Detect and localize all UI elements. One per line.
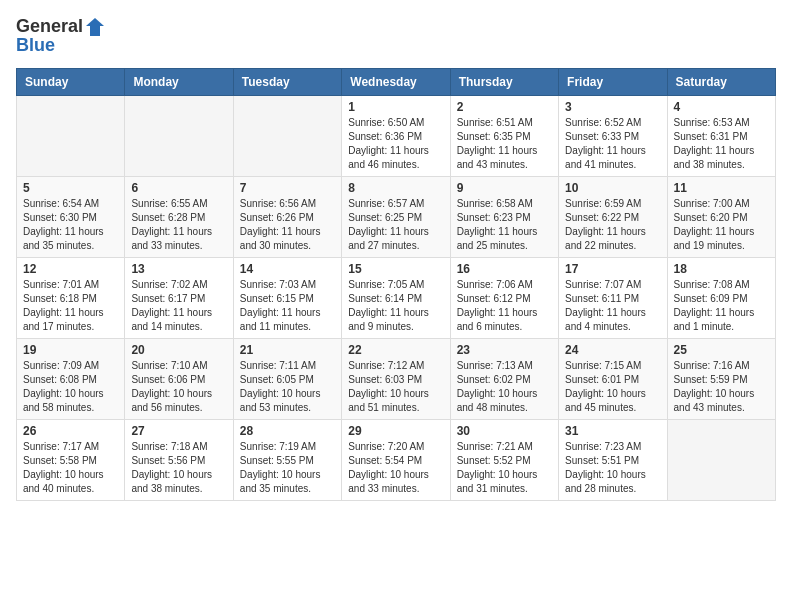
day-number: 16	[457, 262, 552, 276]
day-number: 13	[131, 262, 226, 276]
calendar-cell: 16Sunrise: 7:06 AM Sunset: 6:12 PM Dayli…	[450, 258, 558, 339]
calendar-cell: 9Sunrise: 6:58 AM Sunset: 6:23 PM Daylig…	[450, 177, 558, 258]
calendar-cell: 14Sunrise: 7:03 AM Sunset: 6:15 PM Dayli…	[233, 258, 341, 339]
calendar-cell: 4Sunrise: 6:53 AM Sunset: 6:31 PM Daylig…	[667, 96, 775, 177]
calendar-cell	[17, 96, 125, 177]
day-info: Sunrise: 7:16 AM Sunset: 5:59 PM Dayligh…	[674, 359, 769, 415]
day-number: 5	[23, 181, 118, 195]
calendar-cell: 24Sunrise: 7:15 AM Sunset: 6:01 PM Dayli…	[559, 339, 667, 420]
weekday-header-sunday: Sunday	[17, 69, 125, 96]
day-info: Sunrise: 7:21 AM Sunset: 5:52 PM Dayligh…	[457, 440, 552, 496]
day-number: 31	[565, 424, 660, 438]
day-info: Sunrise: 7:02 AM Sunset: 6:17 PM Dayligh…	[131, 278, 226, 334]
day-info: Sunrise: 7:20 AM Sunset: 5:54 PM Dayligh…	[348, 440, 443, 496]
day-number: 19	[23, 343, 118, 357]
day-info: Sunrise: 6:54 AM Sunset: 6:30 PM Dayligh…	[23, 197, 118, 253]
calendar-cell: 19Sunrise: 7:09 AM Sunset: 6:08 PM Dayli…	[17, 339, 125, 420]
day-number: 22	[348, 343, 443, 357]
day-info: Sunrise: 7:07 AM Sunset: 6:11 PM Dayligh…	[565, 278, 660, 334]
day-info: Sunrise: 6:50 AM Sunset: 6:36 PM Dayligh…	[348, 116, 443, 172]
calendar-week-row: 5Sunrise: 6:54 AM Sunset: 6:30 PM Daylig…	[17, 177, 776, 258]
day-number: 8	[348, 181, 443, 195]
day-info: Sunrise: 7:15 AM Sunset: 6:01 PM Dayligh…	[565, 359, 660, 415]
day-number: 1	[348, 100, 443, 114]
day-info: Sunrise: 7:23 AM Sunset: 5:51 PM Dayligh…	[565, 440, 660, 496]
day-info: Sunrise: 6:51 AM Sunset: 6:35 PM Dayligh…	[457, 116, 552, 172]
day-number: 26	[23, 424, 118, 438]
calendar-cell: 11Sunrise: 7:00 AM Sunset: 6:20 PM Dayli…	[667, 177, 775, 258]
day-number: 10	[565, 181, 660, 195]
day-info: Sunrise: 7:00 AM Sunset: 6:20 PM Dayligh…	[674, 197, 769, 253]
day-info: Sunrise: 7:05 AM Sunset: 6:14 PM Dayligh…	[348, 278, 443, 334]
logo-general-text: General	[16, 16, 83, 37]
calendar-cell: 25Sunrise: 7:16 AM Sunset: 5:59 PM Dayli…	[667, 339, 775, 420]
calendar-week-row: 26Sunrise: 7:17 AM Sunset: 5:58 PM Dayli…	[17, 420, 776, 501]
calendar-cell	[233, 96, 341, 177]
day-info: Sunrise: 7:12 AM Sunset: 6:03 PM Dayligh…	[348, 359, 443, 415]
calendar-cell: 12Sunrise: 7:01 AM Sunset: 6:18 PM Dayli…	[17, 258, 125, 339]
day-number: 30	[457, 424, 552, 438]
day-info: Sunrise: 7:17 AM Sunset: 5:58 PM Dayligh…	[23, 440, 118, 496]
weekday-header-tuesday: Tuesday	[233, 69, 341, 96]
day-number: 29	[348, 424, 443, 438]
calendar-cell: 26Sunrise: 7:17 AM Sunset: 5:58 PM Dayli…	[17, 420, 125, 501]
day-number: 17	[565, 262, 660, 276]
day-number: 9	[457, 181, 552, 195]
day-number: 2	[457, 100, 552, 114]
calendar-cell: 29Sunrise: 7:20 AM Sunset: 5:54 PM Dayli…	[342, 420, 450, 501]
calendar-cell: 28Sunrise: 7:19 AM Sunset: 5:55 PM Dayli…	[233, 420, 341, 501]
calendar-cell: 5Sunrise: 6:54 AM Sunset: 6:30 PM Daylig…	[17, 177, 125, 258]
calendar-cell: 27Sunrise: 7:18 AM Sunset: 5:56 PM Dayli…	[125, 420, 233, 501]
day-number: 18	[674, 262, 769, 276]
calendar-cell: 18Sunrise: 7:08 AM Sunset: 6:09 PM Dayli…	[667, 258, 775, 339]
day-number: 14	[240, 262, 335, 276]
day-info: Sunrise: 6:58 AM Sunset: 6:23 PM Dayligh…	[457, 197, 552, 253]
day-info: Sunrise: 7:10 AM Sunset: 6:06 PM Dayligh…	[131, 359, 226, 415]
calendar-cell: 3Sunrise: 6:52 AM Sunset: 6:33 PM Daylig…	[559, 96, 667, 177]
calendar-cell: 7Sunrise: 6:56 AM Sunset: 6:26 PM Daylig…	[233, 177, 341, 258]
calendar-cell: 31Sunrise: 7:23 AM Sunset: 5:51 PM Dayli…	[559, 420, 667, 501]
calendar-header-row: SundayMondayTuesdayWednesdayThursdayFrid…	[17, 69, 776, 96]
calendar-cell: 21Sunrise: 7:11 AM Sunset: 6:05 PM Dayli…	[233, 339, 341, 420]
calendar-cell: 22Sunrise: 7:12 AM Sunset: 6:03 PM Dayli…	[342, 339, 450, 420]
calendar-week-row: 12Sunrise: 7:01 AM Sunset: 6:18 PM Dayli…	[17, 258, 776, 339]
day-number: 6	[131, 181, 226, 195]
day-number: 28	[240, 424, 335, 438]
day-info: Sunrise: 7:01 AM Sunset: 6:18 PM Dayligh…	[23, 278, 118, 334]
day-number: 3	[565, 100, 660, 114]
day-info: Sunrise: 7:06 AM Sunset: 6:12 PM Dayligh…	[457, 278, 552, 334]
day-info: Sunrise: 6:53 AM Sunset: 6:31 PM Dayligh…	[674, 116, 769, 172]
weekday-header-friday: Friday	[559, 69, 667, 96]
calendar-table: SundayMondayTuesdayWednesdayThursdayFrid…	[16, 68, 776, 501]
day-number: 7	[240, 181, 335, 195]
calendar-cell: 20Sunrise: 7:10 AM Sunset: 6:06 PM Dayli…	[125, 339, 233, 420]
svg-marker-0	[86, 18, 104, 36]
logo-arrow-icon	[85, 17, 105, 37]
weekday-header-saturday: Saturday	[667, 69, 775, 96]
day-number: 21	[240, 343, 335, 357]
weekday-header-monday: Monday	[125, 69, 233, 96]
calendar-cell: 30Sunrise: 7:21 AM Sunset: 5:52 PM Dayli…	[450, 420, 558, 501]
day-number: 20	[131, 343, 226, 357]
day-info: Sunrise: 6:55 AM Sunset: 6:28 PM Dayligh…	[131, 197, 226, 253]
calendar-cell: 2Sunrise: 6:51 AM Sunset: 6:35 PM Daylig…	[450, 96, 558, 177]
day-number: 27	[131, 424, 226, 438]
day-number: 4	[674, 100, 769, 114]
logo-blue-text: Blue	[16, 35, 55, 56]
calendar-cell: 8Sunrise: 6:57 AM Sunset: 6:25 PM Daylig…	[342, 177, 450, 258]
calendar-cell: 15Sunrise: 7:05 AM Sunset: 6:14 PM Dayli…	[342, 258, 450, 339]
weekday-header-wednesday: Wednesday	[342, 69, 450, 96]
day-number: 23	[457, 343, 552, 357]
calendar-cell: 17Sunrise: 7:07 AM Sunset: 6:11 PM Dayli…	[559, 258, 667, 339]
calendar-cell	[125, 96, 233, 177]
day-number: 11	[674, 181, 769, 195]
calendar-cell: 10Sunrise: 6:59 AM Sunset: 6:22 PM Dayli…	[559, 177, 667, 258]
day-info: Sunrise: 6:52 AM Sunset: 6:33 PM Dayligh…	[565, 116, 660, 172]
page-header: General Blue	[16, 16, 776, 56]
calendar-cell: 6Sunrise: 6:55 AM Sunset: 6:28 PM Daylig…	[125, 177, 233, 258]
day-info: Sunrise: 7:08 AM Sunset: 6:09 PM Dayligh…	[674, 278, 769, 334]
day-info: Sunrise: 6:59 AM Sunset: 6:22 PM Dayligh…	[565, 197, 660, 253]
calendar-week-row: 1Sunrise: 6:50 AM Sunset: 6:36 PM Daylig…	[17, 96, 776, 177]
day-info: Sunrise: 6:56 AM Sunset: 6:26 PM Dayligh…	[240, 197, 335, 253]
calendar-week-row: 19Sunrise: 7:09 AM Sunset: 6:08 PM Dayli…	[17, 339, 776, 420]
